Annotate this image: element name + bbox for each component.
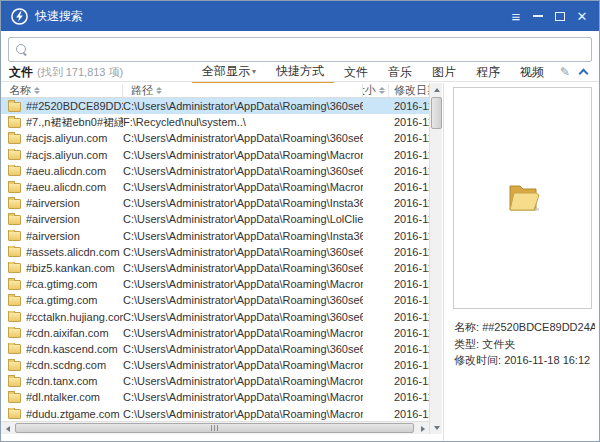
file-name-cell: #dudu.ztgame.com [1, 408, 123, 420]
folder-icon [8, 328, 21, 338]
results-prefix: 文件 [9, 65, 33, 79]
scroll-right-button[interactable] [416, 422, 429, 435]
column-header-path[interactable]: 路径 [123, 84, 363, 97]
chevron-down-icon: ▾ [252, 67, 256, 76]
maximize-button[interactable] [549, 5, 571, 27]
table-row[interactable]: #acjs.aliyun.comC:\Users\Administrator\A… [1, 130, 429, 146]
file-modified-cell: 2016-11 [389, 149, 429, 161]
table-row[interactable]: #airversionC:\Users\Administrator\AppDat… [1, 195, 429, 211]
tab-programs[interactable]: 程序 [476, 64, 500, 81]
table-row[interactable]: #dudu.ztgame.comC:\Users\Administrator\A… [1, 406, 429, 422]
column-header-size[interactable]: 大小 [363, 84, 389, 97]
minimize-button[interactable] [527, 5, 549, 27]
horizontal-scroll-thumb[interactable] [15, 423, 414, 433]
file-name-text: #dl.ntalker.com [26, 391, 100, 403]
table-row[interactable]: #dl.ntalker.comC:\Users\Administrator\Ap… [1, 389, 429, 405]
file-path-cell: C:\Users\Administrator\AppData\Roaming\M… [123, 391, 363, 403]
tab-music[interactable]: 音乐 [388, 64, 412, 81]
table-row[interactable]: #cdn.aixifan.comC:\Users\Administrator\A… [1, 325, 429, 341]
table-row[interactable]: #acjs.aliyun.comC:\Users\Administrator\A… [1, 147, 429, 163]
tab-pictures[interactable]: 图片 [432, 64, 456, 81]
horizontal-scrollbar[interactable] [1, 421, 429, 434]
file-name-cell: #cdn.tanx.com [1, 375, 123, 387]
maximize-icon [555, 12, 565, 21]
preview-name-label: 名称: [454, 321, 479, 333]
file-name-cell: #acjs.aliyun.com [1, 149, 123, 161]
file-modified-cell: 2016-11 [389, 116, 429, 128]
window-title: 快速搜索 [35, 8, 83, 25]
close-button[interactable]: ✕ [571, 5, 593, 27]
column-header-name[interactable]: 名称 [1, 84, 123, 97]
table-row[interactable]: #airversionC:\Users\Administrator\AppDat… [1, 228, 429, 244]
file-modified-cell: 2016-12 [389, 408, 429, 420]
tab-shortcuts[interactable]: 快捷方式 [276, 63, 324, 80]
file-name-text: #cdn.kascend.com [26, 343, 118, 355]
app-window: 快速搜索 ≡ ✕ 文件(找到 171,813 项) 全部显示▾ 快捷方式 文件 … [0, 0, 600, 442]
preview-modified-value: 2016-11-18 16:12 [504, 354, 590, 366]
table-row[interactable]: #cdn.kascend.comC:\Users\Administrator\A… [1, 341, 429, 357]
file-path-cell: C:\Users\Administrator\AppData\Roaming\M… [123, 149, 363, 161]
search-icon [16, 44, 28, 56]
table-row[interactable]: #cdn.scdng.comC:\Users\Administrator\App… [1, 357, 429, 373]
menu-icon[interactable]: ≡ [505, 5, 527, 27]
file-path-cell: C:\Users\Administrator\AppData\Roaming\L… [123, 213, 363, 225]
file-modified-cell: 2016-11 [389, 197, 429, 209]
table-row[interactable]: ##2520BDCE89DD24A1C:\Users\Administrator… [1, 98, 429, 114]
file-path-cell: C:\Users\Administrator\AppData\Roaming\3… [123, 132, 363, 144]
table-row[interactable]: #aeu.alicdn.comC:\Users\Administrator\Ap… [1, 179, 429, 195]
folder-icon [8, 312, 21, 322]
preview-modified-label: 修改时间: [454, 354, 501, 366]
active-tab-group: 全部显示▾ 快捷方式 [192, 63, 334, 84]
file-list-rows: ##2520BDCE89DD24A1C:\Users\Administrator… [1, 98, 429, 432]
folder-icon [8, 102, 21, 112]
scroll-left-button[interactable] [1, 422, 14, 435]
file-name-cell: #ca.gtimg.com [1, 294, 123, 306]
scroll-down-button[interactable] [430, 421, 443, 434]
table-row[interactable]: #airversionC:\Users\Administrator\AppDat… [1, 211, 429, 227]
preview-type-line: 类型: 文件夹 [454, 336, 595, 353]
vertical-scroll-thumb[interactable] [431, 97, 442, 129]
column-size-label: 大小 [363, 84, 376, 97]
file-name-cell: #airversion [1, 197, 123, 209]
file-name-text: #airversion [26, 213, 80, 225]
table-row[interactable]: #ca.gtimg.comC:\Users\Administrator\AppD… [1, 276, 429, 292]
file-path-cell: C:\Users\Administrator\AppData\Roaming\M… [123, 181, 363, 193]
table-row[interactable]: #7.,n裙裙ebn0#裙繸...F:\Recycled\nul\system.… [1, 114, 429, 130]
chevron-up-icon[interactable] [579, 69, 589, 79]
edit-icon[interactable]: ✎ [560, 65, 570, 79]
file-name-text: #cdn.aixifan.com [26, 327, 109, 339]
scroll-up-button[interactable] [430, 83, 443, 96]
file-path-cell: C:\Users\Administrator\AppData\Roaming\3… [123, 294, 363, 306]
file-name-text: #aeu.alicdn.com [26, 181, 106, 193]
table-row[interactable]: #cctalkn.hujiang.comC:\Users\Administrat… [1, 308, 429, 324]
table-row[interactable]: #assets.alicdn.comC:\Users\Administrator… [1, 244, 429, 260]
table-row[interactable]: #cdn.tanx.comC:\Users\Administrator\AppD… [1, 373, 429, 389]
tab-files[interactable]: 文件 [344, 64, 368, 81]
column-header-modified[interactable]: 修改日期 [389, 84, 429, 97]
folder-icon [8, 263, 21, 273]
column-path-label: 路径 [131, 84, 153, 97]
folder-icon [8, 215, 21, 225]
folder-icon [8, 247, 21, 257]
file-modified-cell: 2016-11 [389, 391, 429, 403]
vertical-scrollbar[interactable] [429, 83, 442, 434]
tab-videos[interactable]: 视频 [520, 64, 544, 81]
table-row[interactable]: #biz5.kankan.comC:\Users\Administrator\A… [1, 260, 429, 276]
preview-name-value: ##2520BDCE89DD24A1 [482, 321, 595, 333]
folder-icon [8, 344, 21, 354]
table-row[interactable]: #aeu.alicdn.comC:\Users\Administrator\Ap… [1, 163, 429, 179]
search-box[interactable] [8, 37, 592, 62]
file-modified-cell: 2016-12 [389, 359, 429, 371]
file-name-text: #dudu.ztgame.com [26, 408, 120, 420]
tab-show-all[interactable]: 全部显示▾ [202, 63, 256, 80]
file-path-cell: C:\Users\Administrator\AppData\Roaming\I… [123, 230, 363, 242]
sort-icon [379, 87, 385, 94]
table-row[interactable]: #ca.gtimg.comC:\Users\Administrator\AppD… [1, 292, 429, 308]
file-name-cell: #airversion [1, 213, 123, 225]
file-modified-cell: 2016-12 [389, 181, 429, 193]
file-name-text: #cdn.scdng.com [26, 359, 106, 371]
search-input[interactable] [34, 39, 585, 60]
titlebar: 快速搜索 ≡ ✕ [1, 1, 599, 31]
folder-icon [8, 150, 21, 160]
file-modified-cell: 2016-11 [389, 230, 429, 242]
